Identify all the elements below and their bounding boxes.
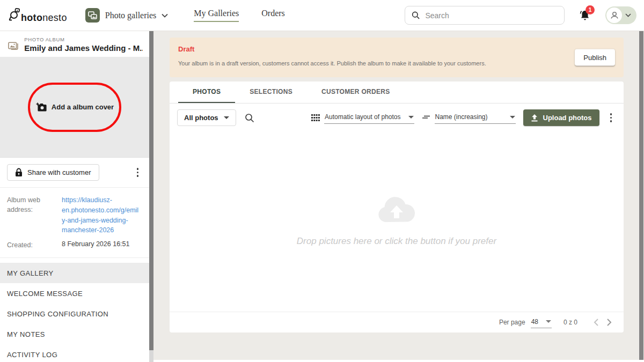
header-nav: My Galleries Orders	[194, 9, 285, 22]
search-photos-button[interactable]	[244, 112, 255, 124]
pagination-range: 0 z 0	[564, 319, 577, 326]
next-page-button[interactable]	[607, 319, 612, 326]
photo-filter-select[interactable]: All photos	[177, 109, 236, 126]
person-icon	[610, 11, 619, 20]
tab-photos[interactable]: PHOTOS	[178, 82, 235, 103]
lock-icon	[15, 168, 23, 177]
photos-toolbar: All photos	[170, 104, 624, 131]
chevron-down-icon	[625, 13, 631, 17]
caret-down-icon	[224, 116, 229, 119]
previous-page-button[interactable]	[594, 319, 598, 326]
main-content: Draft Your album is in a draft version, …	[153, 31, 644, 362]
avatar	[606, 8, 622, 23]
sidebar-scrollbar	[149, 31, 153, 362]
sidebar-item-my-gallery[interactable]: MY GALLERY	[0, 263, 149, 283]
sidebar-nav: MY GALLERY WELCOME MESSAGE SHOPPING CONF…	[0, 263, 149, 362]
app-header: hotonesto Photo galleries My Galleries O…	[0, 0, 644, 31]
draft-banner: Draft Your album is in a draft version, …	[170, 38, 624, 77]
chevron-right-icon	[607, 319, 612, 326]
album-cover-area: Add a album cover	[0, 57, 149, 158]
add-cover-label: Add a album cover	[52, 103, 114, 111]
album-info: Album web address: https://klaudiusz-en.…	[0, 188, 149, 258]
per-page-value: 48	[531, 318, 538, 326]
search-box[interactable]	[405, 6, 565, 25]
photos-more-menu[interactable]	[607, 111, 616, 124]
pagination-bar: Per page 48 0 z 0	[170, 312, 624, 333]
photo-dropzone[interactable]: Drop pictures here or click the button i…	[170, 131, 624, 312]
share-with-customer-button[interactable]: Share with customer	[7, 164, 99, 181]
caret-down-icon	[510, 116, 515, 119]
nav-my-galleries[interactable]: My Galleries	[194, 9, 239, 22]
photo-filter-value: All photos	[184, 114, 218, 122]
upload-photos-button[interactable]: Upload photos	[523, 109, 599, 126]
created-value: 8 February 2026 16:51	[62, 240, 142, 250]
album-icon	[8, 40, 19, 51]
sort-icon	[422, 115, 430, 121]
photo-galleries-menu[interactable]: Photo galleries	[85, 8, 169, 23]
app-logo[interactable]: hotonesto	[8, 7, 67, 24]
tab-selections[interactable]: SELECTIONS	[235, 82, 307, 103]
publish-button[interactable]: Publish	[575, 49, 615, 66]
share-row: Share with customer	[0, 158, 149, 188]
caret-down-icon	[546, 320, 551, 323]
layout-select-value: Automatic layout of photos	[325, 113, 400, 121]
created-label: Created:	[7, 240, 61, 250]
caret-down-icon	[408, 116, 414, 119]
chevron-left-icon	[594, 319, 598, 326]
album-title: Emily and James Wedding - M...	[24, 43, 143, 53]
photos-card: PHOTOS SELECTIONS CUSTOMER ORDERS All ph…	[170, 82, 624, 333]
logo-text: hotonesto	[21, 12, 67, 24]
cloud-upload-icon	[376, 196, 418, 224]
layout-select[interactable]: Automatic layout of photos	[324, 112, 414, 124]
upload-photos-label: Upload photos	[543, 114, 592, 122]
chevron-down-icon	[162, 13, 168, 18]
sidebar-item-welcome-message[interactable]: WELCOME MESSAGE	[0, 283, 149, 304]
album-header: PHOTO ALBUM Emily and James Wedding - M.…	[0, 31, 149, 57]
album-type-label: PHOTO ALBUM	[24, 36, 143, 42]
web-address-label: Album web address:	[7, 195, 61, 235]
add-cover-button[interactable]: Add a album cover	[35, 102, 114, 112]
share-button-label: Share with customer	[27, 168, 91, 176]
sidebar-item-activity-log[interactable]: ACTIVITY LOG	[0, 344, 149, 362]
album-web-address-link[interactable]: https://klaudiusz-en.photonesto.com/g/em…	[62, 195, 142, 235]
sidebar-scrollbar-thumb[interactable]	[149, 31, 153, 350]
photo-galleries-label: Photo galleries	[105, 11, 157, 20]
upload-icon	[531, 114, 538, 122]
annotation-red-circle: Add a album cover	[28, 83, 121, 132]
notifications-button[interactable]: 1	[579, 9, 591, 22]
sidebar-item-my-notes[interactable]: MY NOTES	[0, 324, 149, 344]
notification-badge: 1	[586, 5, 595, 14]
tab-bar: PHOTOS SELECTIONS CUSTOMER ORDERS	[170, 82, 624, 104]
main-scrollbar-thumb[interactable]	[639, 31, 643, 362]
grid-layout-icon	[311, 114, 320, 121]
draft-banner-title: Draft	[178, 45, 615, 53]
bottom-strip	[153, 360, 644, 362]
main-scrollbar	[639, 31, 644, 362]
logo-camera-icon	[8, 7, 20, 24]
tab-customer-orders[interactable]: CUSTOMER ORDERS	[307, 82, 405, 103]
sort-select[interactable]: Name (increasing)	[435, 112, 516, 124]
sidebar-item-shopping-configuration[interactable]: SHOPPING CONFIGURATION	[0, 304, 149, 324]
nav-orders[interactable]: Orders	[261, 9, 285, 22]
account-menu[interactable]	[605, 6, 636, 24]
camera-plus-icon	[35, 102, 47, 112]
sidebar: PHOTO ALBUM Emily and James Wedding - M.…	[0, 31, 153, 362]
draft-banner-message: Your album is in a draft version, custom…	[178, 60, 615, 67]
search-icon	[412, 11, 420, 20]
sort-select-value: Name (increasing)	[435, 113, 502, 121]
search-icon	[245, 113, 254, 123]
per-page-label: Per page	[499, 319, 525, 326]
album-more-menu[interactable]	[134, 166, 142, 179]
per-page-select[interactable]: 48	[531, 317, 552, 328]
dropzone-message: Drop pictures here or click the button i…	[297, 236, 496, 247]
photo-galleries-icon	[85, 8, 100, 23]
search-input[interactable]	[425, 11, 558, 20]
